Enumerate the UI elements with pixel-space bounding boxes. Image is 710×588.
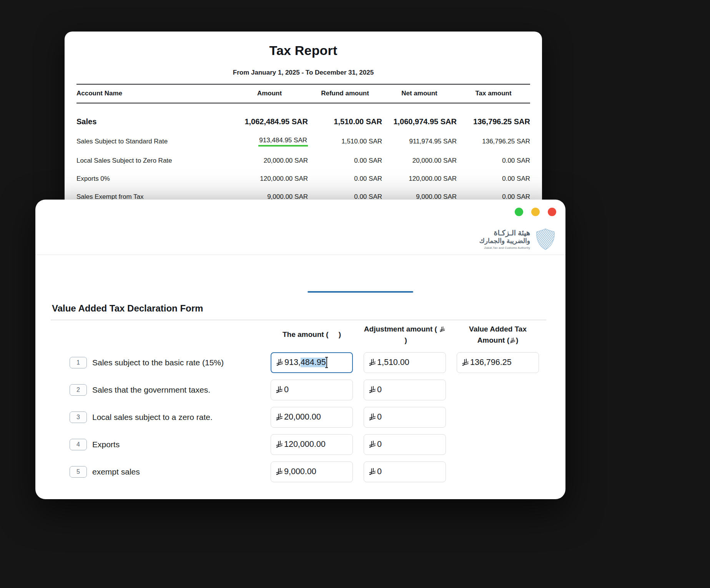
- tax-report-window: Tax Report From January 1, 2025 - To Dec…: [65, 32, 542, 212]
- zatca-arabic-line2: والضريبة والجمارك: [479, 237, 530, 245]
- form-column-headers: The amount ( ) Adjustment amount ( ) Val…: [70, 320, 565, 349]
- zatca-arabic-line1: هيئة الـزكـاة: [479, 229, 530, 237]
- row-label: Local sales subject to a zero rate.: [92, 413, 271, 422]
- riyal-symbol-icon: [276, 413, 283, 421]
- account-name-cell: Sales Subject to Standard Rate: [76, 131, 231, 151]
- refund-cell: 0.00 SAR: [308, 169, 382, 187]
- adjustment-value: 1,510.00: [377, 358, 409, 367]
- amount-input-row5[interactable]: 9,000.00: [271, 461, 353, 482]
- row-label: Sales subject to the basic rate (15%): [92, 358, 271, 367]
- table-row: Local Sales Subject to Zero Rate 20,000.…: [76, 151, 530, 169]
- vat-value: 136,796.25: [470, 358, 512, 367]
- amount-cell: 20,000.00 SAR: [231, 151, 308, 169]
- adjustment-input-row4[interactable]: 0: [364, 434, 446, 455]
- table-row: Sales Subject to Standard Rate 913,484.9…: [76, 131, 530, 151]
- tax-cell: 136,796.25 SAR: [457, 131, 530, 151]
- adjustment-input-row2[interactable]: 0: [364, 380, 446, 400]
- vat-form-window: هيئة الـزكـاة والضريبة والجمارك Zakat,Ta…: [35, 200, 565, 499]
- account-name-cell: Sales: [76, 103, 231, 131]
- tab-strip: [35, 255, 565, 293]
- amount-cell: 120,000.00 SAR: [231, 169, 308, 187]
- zatca-shield-icon: [535, 228, 556, 251]
- riyal-symbol-icon: [369, 441, 376, 448]
- zatca-logo-text: هيئة الـزكـاة والضريبة والجمارك Zakat,Ta…: [479, 229, 530, 249]
- vat-amount-field-row1[interactable]: 136,796.25: [457, 352, 539, 373]
- amount-input-row2[interactable]: 0: [271, 380, 353, 400]
- adjustment-value: 0: [377, 440, 382, 449]
- adjustment-label: Adjustment amount (: [364, 325, 439, 333]
- form-row: 4 Exports 120,000.00 0: [70, 431, 565, 458]
- col-refund-amount: Refund amount: [308, 84, 382, 103]
- col-net-amount: Net amount: [382, 84, 457, 103]
- tax-cell: 0.00 SAR: [457, 151, 530, 169]
- col-the-amount: The amount ( ): [271, 329, 353, 340]
- riyal-symbol-icon: [276, 359, 283, 366]
- riyal-symbol-icon: [276, 468, 283, 475]
- riyal-symbol-icon: [369, 386, 376, 393]
- highlighted-amount: 913,484.95 SAR: [258, 137, 308, 147]
- traffic-lights: [515, 208, 556, 216]
- vat-label-line1: Value Added Tax: [457, 323, 539, 335]
- adjustment-value: 0: [377, 467, 382, 476]
- amount-value: 20,000.00: [284, 412, 321, 422]
- amount-value: 0: [284, 385, 289, 395]
- col-vat-amount: Value Added Tax Amount (): [457, 323, 539, 346]
- adjustment-input-row3[interactable]: 0: [364, 407, 446, 428]
- traffic-light-yellow-icon[interactable]: [531, 208, 540, 216]
- adjustment-value: 0: [377, 412, 382, 422]
- traffic-light-red-icon[interactable]: [548, 208, 556, 216]
- traffic-light-green-icon[interactable]: [515, 208, 523, 216]
- adjustment-input-row5[interactable]: 0: [364, 461, 446, 482]
- riyal-symbol-icon: [369, 468, 376, 475]
- row-number-badge: 5: [70, 466, 87, 478]
- refund-cell: 1,510.00 SAR: [308, 103, 382, 131]
- stage: Tax Report From January 1, 2025 - To Dec…: [0, 0, 710, 588]
- riyal-symbol-icon: [510, 338, 515, 343]
- row-number-badge: 2: [70, 384, 87, 396]
- form-row: 1 Sales subject to the basic rate (15%) …: [70, 349, 565, 376]
- amount-input-row4[interactable]: 120,000.00: [271, 434, 353, 455]
- amount-cell: 1,062,484.95 SAR: [231, 103, 308, 131]
- net-cell: 911,974.95 SAR: [382, 131, 457, 151]
- adjustment-value: 0: [377, 385, 382, 395]
- tax-cell: 136,796.25 SAR: [457, 103, 530, 131]
- adjustment-input-row1[interactable]: 1,510.00: [364, 352, 446, 373]
- row-label: exempt sales: [92, 467, 271, 476]
- riyal-symbol-icon: [369, 413, 376, 421]
- zatca-logo: هيئة الـزكـاة والضريبة والجمارك Zakat,Ta…: [479, 228, 556, 251]
- col-tax-amount: Tax amount: [457, 84, 530, 103]
- window-header: هيئة الـزكـاة والضريبة والجمارك Zakat,Ta…: [35, 200, 565, 255]
- row-label: Sales that the government taxes.: [92, 385, 271, 395]
- riyal-symbol-icon: [276, 386, 283, 393]
- form-row: 5 exempt sales 9,000.00 0: [70, 458, 565, 485]
- col-amount: Amount: [231, 84, 308, 103]
- riyal-symbol-icon: [369, 359, 376, 366]
- report-table: Account Name Amount Refund amount Net am…: [76, 84, 530, 205]
- amount-input-row3[interactable]: 20,000.00: [271, 407, 353, 428]
- zatca-english-name: Zakat,Tax and Customs Authority: [479, 246, 530, 250]
- row-number-badge: 1: [70, 357, 87, 368]
- col-adjustment-amount: Adjustment amount ( ): [364, 323, 446, 346]
- active-tab-indicator[interactable]: [308, 291, 413, 293]
- report-title: Tax Report: [65, 43, 542, 58]
- tax-cell: 0.00 SAR: [457, 169, 530, 187]
- net-cell: 120,000.00 SAR: [382, 169, 457, 187]
- riyal-symbol-icon: [276, 441, 283, 448]
- amount-input-row1[interactable]: 913,484.95: [271, 352, 353, 373]
- table-header-row: Account Name Amount Refund amount Net am…: [76, 84, 530, 103]
- amount-value: 9,000.00: [284, 467, 316, 476]
- text-cursor-icon: [326, 357, 327, 368]
- form-row: 3 Local sales subject to a zero rate. 20…: [70, 403, 565, 431]
- refund-cell: 0.00 SAR: [308, 151, 382, 169]
- net-cell: 20,000.00 SAR: [382, 151, 457, 169]
- amount-cell: 913,484.95 SAR: [231, 131, 308, 151]
- row-label: Exports: [92, 440, 271, 449]
- vat-label-line2: Amount (): [457, 335, 539, 346]
- the-amount-label: The amount ( ): [283, 330, 341, 338]
- selected-text: 484.95: [301, 358, 326, 367]
- form-title: Value Added Tax Declaration Form: [52, 303, 565, 314]
- report-date-range: From January 1, 2025 - To December 31, 2…: [65, 69, 542, 77]
- riyal-symbol-icon: [439, 326, 445, 332]
- row-number-badge: 4: [70, 439, 87, 450]
- amount-value: 120,000.00: [284, 440, 326, 449]
